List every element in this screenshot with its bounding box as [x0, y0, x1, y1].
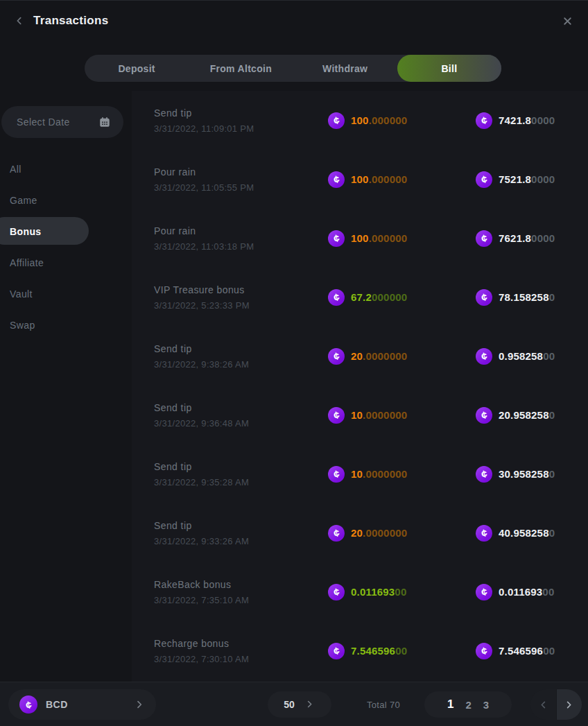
prev-page-button[interactable] — [530, 689, 556, 720]
transaction-name: Send tip — [154, 107, 328, 119]
transaction-name: VIP Treasure bonus — [154, 284, 328, 295]
transaction-info: Recharge bonus 3/31/2022, 7:30:10 AM — [154, 638, 328, 664]
bcd-coin-icon: ¢ — [328, 584, 345, 600]
transaction-row: Recharge bonus 3/31/2022, 7:30:10 AM ¢ 7… — [132, 621, 588, 680]
select-date-button[interactable]: Select Date — [1, 106, 123, 138]
transaction-datetime: 3/31/2022, 5:23:33 PM — [154, 300, 328, 311]
footer: ¢ BCD 50 Total 70 123 — [0, 682, 588, 726]
sidebar-item-bonus[interactable]: Bonus — [0, 216, 123, 247]
balance-value: 7421.80000 — [499, 114, 555, 126]
bcd-coin-icon: ¢ — [328, 643, 345, 659]
bcd-coin-icon: ¢ — [19, 695, 37, 714]
next-page-button[interactable] — [556, 689, 582, 720]
transaction-row: Pour rain 3/31/2022, 11:05:55 PM ¢ 100.0… — [132, 150, 588, 209]
page-number-2[interactable]: 2 — [465, 699, 471, 711]
transaction-datetime: 3/31/2022, 9:38:26 AM — [154, 359, 328, 370]
transaction-balance: ¢ 7.54659600 — [476, 643, 571, 659]
amount-value: 100.000000 — [351, 232, 407, 244]
page-number-3[interactable]: 3 — [483, 699, 489, 711]
chevron-right-icon — [134, 699, 145, 710]
currency-code: BCD — [46, 699, 134, 710]
amount-value: 100.000000 — [351, 173, 407, 185]
chevron-left-icon — [538, 700, 548, 710]
currency-selector[interactable]: ¢ BCD — [8, 689, 156, 720]
transaction-row: Send tip 3/31/2022, 9:35:28 AM ¢ 10.0000… — [132, 444, 588, 503]
transaction-row: Send tip 3/31/2022, 9:36:48 AM ¢ 10.0000… — [132, 386, 588, 444]
tab-bill[interactable]: Bill — [397, 55, 501, 82]
balance-value: 30.9582580 — [499, 468, 555, 480]
transaction-balance: ¢ 7521.80000 — [476, 171, 571, 188]
balance-value: 7.54659600 — [499, 645, 555, 657]
sidebar-item-vault[interactable]: Vault — [0, 278, 123, 309]
transaction-info: Send tip 3/31/2022, 9:33:26 AM — [154, 520, 328, 546]
transaction-balance: ¢ 0.95825800 — [476, 348, 571, 365]
transaction-datetime: 3/31/2022, 11:09:01 PM — [154, 123, 328, 134]
bcd-coin-icon: ¢ — [476, 348, 492, 365]
balance-value: 0.95825800 — [499, 350, 555, 362]
tab-deposit[interactable]: Deposit — [85, 55, 189, 82]
transaction-name: Pour rain — [154, 225, 328, 236]
transaction-name: RakeBack bonus — [154, 579, 328, 590]
transaction-name: Send tip — [154, 343, 328, 354]
transaction-balance: ¢ 0.01169300 — [476, 584, 571, 600]
transaction-datetime: 3/31/2022, 11:05:55 PM — [154, 182, 328, 193]
bcd-coin-icon: ¢ — [328, 525, 345, 542]
amount-value: 20.0000000 — [351, 350, 407, 362]
transaction-amount: ¢ 20.0000000 — [328, 525, 476, 542]
transaction-info: RakeBack bonus 3/31/2022, 7:35:10 AM — [154, 579, 328, 605]
balance-value: 7621.80000 — [499, 232, 555, 244]
page-number-1[interactable]: 1 — [447, 698, 453, 711]
transaction-name: Send tip — [154, 520, 328, 531]
page-size-value: 50 — [284, 699, 295, 710]
transaction-info: Send tip 3/31/2022, 9:38:26 AM — [154, 343, 328, 370]
transaction-row: Send tip 3/31/2022, 9:33:26 AM ¢ 20.0000… — [132, 503, 588, 562]
transaction-datetime: 3/31/2022, 7:35:10 AM — [154, 595, 328, 605]
close-icon — [562, 15, 573, 27]
transaction-amount: ¢ 0.01169300 — [328, 584, 476, 600]
transaction-row: Pour rain 3/31/2022, 11:03:18 PM ¢ 100.0… — [132, 209, 588, 268]
bcd-coin-icon: ¢ — [476, 171, 492, 188]
tab-from-altcoin[interactable]: From Altcoin — [189, 55, 293, 82]
transaction-datetime: 3/31/2022, 9:35:28 AM — [154, 477, 328, 487]
transaction-amount: ¢ 10.0000000 — [328, 407, 476, 424]
amount-value: 10.0000000 — [351, 409, 407, 421]
sidebar-item-affiliate[interactable]: Affiliate — [0, 247, 123, 278]
bcd-coin-icon: ¢ — [328, 466, 345, 483]
bcd-coin-icon: ¢ — [476, 112, 492, 129]
chevron-left-icon — [14, 15, 25, 26]
chevron-right-icon — [304, 699, 315, 710]
modal-header: Transactions — [0, 1, 588, 41]
transaction-datetime: 3/31/2022, 9:33:26 AM — [154, 536, 328, 546]
transaction-row: VIP Treasure bonus 3/31/2022, 5:23:33 PM… — [132, 268, 588, 327]
bcd-coin-icon: ¢ — [328, 230, 345, 247]
transaction-datetime: 3/31/2022, 9:36:48 AM — [154, 418, 328, 429]
transaction-balance: ¢ 20.9582580 — [476, 407, 571, 424]
amount-value: 10.0000000 — [351, 468, 407, 480]
transaction-amount: ¢ 7.54659600 — [328, 643, 476, 659]
page-size-selector[interactable]: 50 — [268, 691, 331, 718]
transaction-row: RakeBack bonus 3/31/2022, 7:35:10 AM ¢ 0… — [132, 562, 588, 621]
tab-withdraw[interactable]: Withdraw — [293, 55, 397, 82]
calendar-icon — [98, 116, 111, 128]
balance-value: 78.1582580 — [499, 291, 555, 303]
transaction-amount: ¢ 67.2000000 — [328, 289, 476, 306]
tabs: DepositFrom AltcoinWithdrawBill — [85, 55, 501, 82]
sidebar-item-swap[interactable]: Swap — [0, 309, 123, 340]
transaction-name: Recharge bonus — [154, 638, 328, 649]
bcd-coin-icon: ¢ — [476, 289, 492, 306]
sidebar-item-game[interactable]: Game — [0, 184, 123, 216]
sidebar-item-all[interactable]: All — [0, 153, 123, 184]
transaction-balance: ¢ 40.9582580 — [476, 525, 571, 542]
page-title: Transactions — [33, 14, 108, 28]
back-button[interactable] — [10, 11, 29, 31]
balance-value: 7521.80000 — [499, 173, 555, 185]
amount-value: 67.2000000 — [351, 291, 407, 303]
total-count: Total 70 — [345, 691, 422, 718]
transaction-info: Send tip 3/31/2022, 11:09:01 PM — [154, 107, 328, 134]
close-button[interactable] — [557, 11, 577, 31]
bcd-coin-icon: ¢ — [328, 348, 345, 365]
bcd-coin-icon: ¢ — [328, 171, 345, 188]
chevron-right-icon — [564, 700, 574, 710]
transaction-info: Send tip 3/31/2022, 9:36:48 AM — [154, 402, 328, 429]
bcd-coin-icon: ¢ — [476, 230, 492, 247]
